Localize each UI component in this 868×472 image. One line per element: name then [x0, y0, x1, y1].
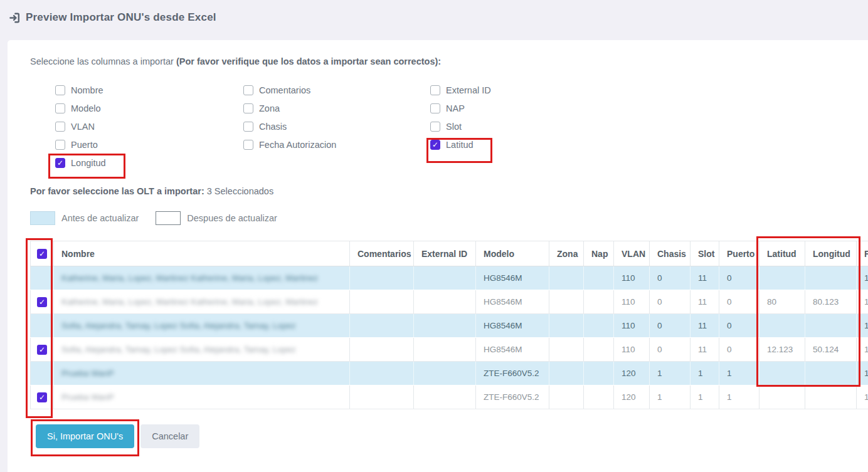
cell-vlan: 110	[614, 290, 650, 314]
import-columns-grid: NombreModeloVLANPuerto✓LongitudComentari…	[55, 85, 618, 176]
cell-vlan: 120	[614, 385, 650, 409]
cell-external-id	[414, 266, 476, 290]
row-checkbox-checked[interactable]: ✓	[37, 345, 47, 355]
onu-name-redacted: Sofia, Alejandra, Tamay, Lopez Sofia, Al…	[61, 345, 296, 354]
onu-name-redacted: Katherine, Maria, Lopez, Martinez Kather…	[61, 297, 318, 307]
cell-zona	[549, 266, 584, 290]
table-row-4-after: ✓Sofia, Alejandra, Tamay, Lopez Sofia, A…	[31, 338, 868, 362]
checkbox-unchecked-icon[interactable]	[243, 140, 253, 150]
cell-zona	[549, 338, 584, 362]
row-checkbox-checked[interactable]: ✓	[37, 297, 47, 307]
cell-longitud: 50.124	[805, 338, 857, 362]
table-row-2-after: ✓Katherine, Maria, Lopez, Martinez Kathe…	[31, 290, 868, 314]
import-column-option-slot[interactable]: Slot	[430, 122, 618, 132]
cell-slot: 1	[691, 385, 719, 409]
cell-nap	[584, 338, 614, 362]
onu-name-redacted: Katherine, Maria, Lopez, Martinez Kather…	[61, 273, 318, 283]
action-buttons: Si, Importar ONU's Cancelar	[36, 424, 199, 448]
olt-label: Por favor seleccione las OLT a importar:	[30, 186, 204, 196]
import-column-option-nombre[interactable]: Nombre	[55, 85, 243, 95]
cell-longitud	[805, 362, 857, 385]
cell-puerto: 0	[719, 314, 760, 338]
cell-slot: 11	[691, 290, 719, 314]
import-column-option-external-id[interactable]: External ID	[430, 85, 618, 95]
import-column-option-fecha-autorizacion[interactable]: Fecha Autorizacion	[243, 140, 430, 150]
legend-before-swatch	[30, 211, 55, 225]
checkbox-unchecked-icon[interactable]	[55, 85, 65, 95]
column-header-vlan: VLAN	[614, 241, 650, 266]
cell-chasis: 0	[650, 290, 691, 314]
cell-chasis: 0	[650, 266, 691, 290]
page: Preview Importar ONU's desde Excel Selec…	[0, 0, 868, 472]
cell-latitud	[760, 266, 805, 290]
checkbox-unchecked-icon[interactable]	[430, 85, 440, 95]
cell-nap	[584, 385, 614, 409]
checkbox-checked-icon[interactable]: ✓	[55, 158, 65, 168]
select-all-checkbox[interactable]: ✓	[37, 249, 47, 259]
checkbox-label: Nombre	[71, 85, 103, 95]
onu-name-redacted: Prueba WanP	[61, 369, 114, 378]
import-column-option-modelo[interactable]: Modelo	[55, 103, 243, 113]
checkbox-unchecked-icon[interactable]	[430, 122, 440, 132]
checkbox-label: External ID	[446, 85, 491, 95]
checkbox-label: Comentarios	[259, 85, 310, 95]
legend-after-swatch	[156, 211, 181, 225]
cell-modelo: HG8546M	[476, 338, 549, 362]
cell-latitud: 12.123	[760, 338, 805, 362]
row-select-cell: ✓	[31, 338, 54, 362]
checkbox-label: Puerto	[71, 140, 98, 150]
import-column-option-chasis[interactable]: Chasis	[243, 122, 430, 132]
cell-slot: 11	[691, 314, 719, 338]
column-header-comentarios: Comentarios	[350, 241, 414, 266]
page-title-wrap: Preview Importar ONU's desde Excel	[9, 11, 216, 24]
cell-fecha: 19	[857, 338, 868, 362]
checkbox-unchecked-icon[interactable]	[243, 85, 253, 95]
import-column-option-longitud[interactable]: ✓Longitud	[55, 158, 243, 168]
import-column-option-latitud[interactable]: ✓Latitud	[430, 140, 618, 150]
checkbox-unchecked-icon[interactable]	[430, 103, 440, 113]
cell-modelo: HG8546M	[476, 314, 549, 338]
cell-zona	[549, 385, 584, 409]
import-column-option-vlan[interactable]: VLAN	[55, 122, 243, 132]
cell-nap	[584, 266, 614, 290]
column-header-puerto: Puerto	[719, 241, 760, 266]
cell-nombre: Prueba WanP	[54, 385, 350, 409]
import-column-option-zona[interactable]: Zona	[243, 103, 430, 113]
page-title: Preview Importar ONU's desde Excel	[26, 11, 216, 24]
cell-puerto: 1	[719, 362, 760, 385]
import-column-option-puerto[interactable]: Puerto	[55, 140, 243, 150]
cell-external-id	[414, 362, 476, 385]
onu-name-redacted: Prueba WanP	[61, 392, 114, 402]
table-header-row: ✓NombreComentariosExternal IDModeloZonaN…	[31, 241, 868, 266]
row-select-cell	[31, 362, 54, 385]
import-column-option-comentarios[interactable]: Comentarios	[243, 85, 430, 95]
columns-label-normal: Seleccione las columnas a importar	[30, 56, 176, 66]
import-column-option-nap[interactable]: NAP	[430, 103, 618, 113]
cell-zona	[549, 314, 584, 338]
checkbox-unchecked-icon[interactable]	[55, 122, 65, 132]
row-select-cell: ✓	[31, 385, 54, 409]
checkbox-unchecked-icon[interactable]	[243, 122, 253, 132]
row-select-cell: ✓	[31, 290, 54, 314]
confirm-import-button[interactable]: Si, Importar ONU's	[36, 424, 134, 448]
cell-nombre: Sofia, Alejandra, Tamay, Lopez Sofia, Al…	[54, 314, 350, 338]
cell-puerto: 0	[719, 338, 760, 362]
checkbox-label: Modelo	[71, 103, 101, 113]
checkbox-unchecked-icon[interactable]	[55, 140, 65, 150]
cell-slot: 1	[691, 362, 719, 385]
cell-fecha: 19	[857, 314, 868, 338]
row-checkbox-checked[interactable]: ✓	[37, 392, 47, 402]
cell-nombre: Sofia, Alejandra, Tamay, Lopez Sofia, Al…	[54, 338, 350, 362]
checkbox-unchecked-icon[interactable]	[243, 103, 253, 113]
columns-section-label: Seleccione las columnas a importar (Por …	[30, 56, 441, 66]
cell-longitud	[805, 314, 857, 338]
row-select-cell	[31, 314, 54, 338]
cell-fecha: 19	[857, 290, 868, 314]
row-select-cell	[31, 266, 54, 290]
checkbox-unchecked-icon[interactable]	[55, 103, 65, 113]
cancel-button[interactable]: Cancelar	[140, 424, 199, 448]
cell-nombre: Katherine, Maria, Lopez, Martinez Kather…	[54, 266, 350, 290]
checkbox-label: NAP	[446, 103, 465, 113]
cell-vlan: 120	[614, 362, 650, 385]
checkbox-checked-icon[interactable]: ✓	[430, 140, 440, 150]
